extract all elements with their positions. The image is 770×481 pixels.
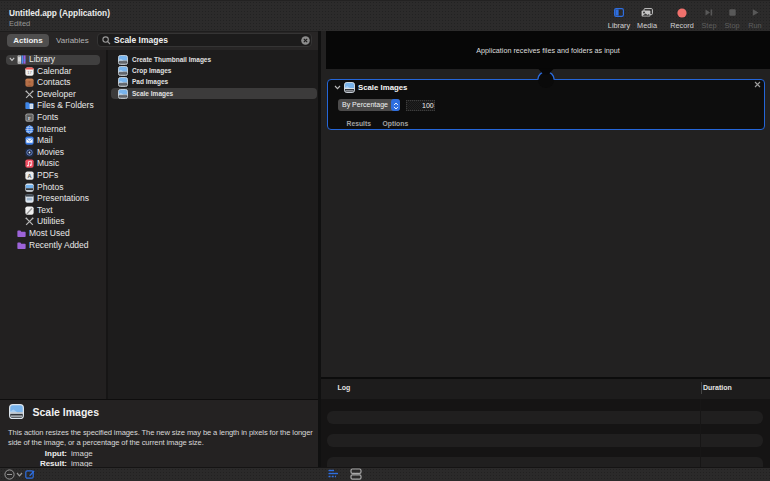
svg-text:F: F (28, 116, 31, 121)
svg-text:A: A (27, 173, 31, 179)
svg-text:17: 17 (27, 70, 32, 75)
